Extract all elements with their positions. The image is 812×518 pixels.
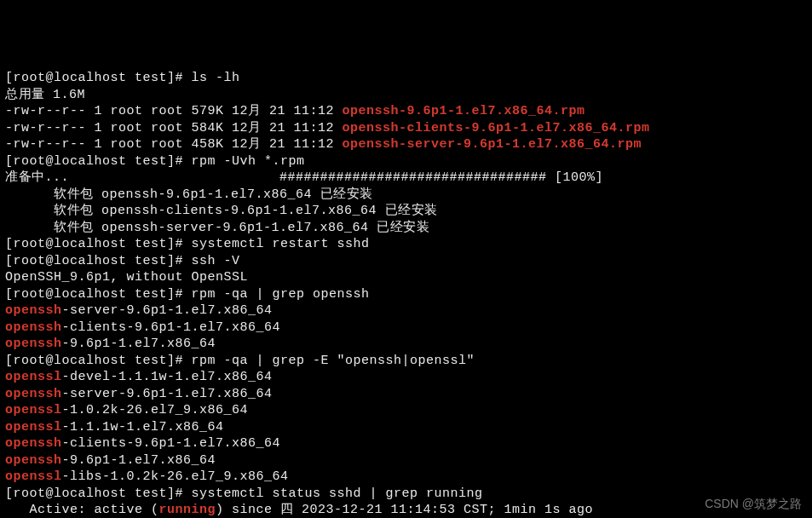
command: rpm -qa | grep -E "openssh|openssl" xyxy=(192,354,475,368)
rpm-file: openssh-9.6p1-1.el7.x86_64.rpm xyxy=(343,104,585,118)
grep-match: openssh xyxy=(5,453,62,468)
qa-row: openssl-1.1.1w-1.el7.x86_64 xyxy=(5,419,807,436)
shell-prompt: [root@localhost test]# xyxy=(5,287,183,302)
grep-match: openssl xyxy=(5,420,62,435)
rpm-installed: 软件包 openssh-9.6p1-1.el7.x86_64 已经安装 xyxy=(5,187,807,204)
command: systemctl restart sshd xyxy=(192,237,370,251)
prompt-line: [root@localhost test]# ls -lh xyxy=(5,70,807,87)
qa-row: openssl-devel-1.1.1w-1.el7.x86_64 xyxy=(5,369,807,386)
qa-row: openssh-9.6p1-1.el7.x86_64 xyxy=(5,336,807,353)
qa-row: openssh-server-9.6p1-1.el7.x86_64 xyxy=(5,386,807,403)
terminal-output[interactable]: [root@localhost test]# ls -lh总用量 1.6M-rw… xyxy=(5,70,807,518)
shell-prompt: [root@localhost test]# xyxy=(5,486,183,501)
prompt-line: [root@localhost test]# ssh -V xyxy=(5,253,807,270)
ls-row: -rw-r--r-- 1 root root 584K 12月 21 11:12… xyxy=(5,120,807,137)
prompt-line: [root@localhost test]# rpm -qa | grep op… xyxy=(5,286,807,303)
grep-match: openssh xyxy=(5,320,62,335)
shell-prompt: [root@localhost test]# xyxy=(5,71,183,85)
command: ssh -V xyxy=(192,254,240,268)
command: systemctl status sshd | grep running xyxy=(192,486,483,501)
rpm-installed: 软件包 openssh-server-9.6p1-1.el7.x86_64 已经… xyxy=(5,220,807,237)
qa-row: openssh-clients-9.6p1-1.el7.x86_64 xyxy=(5,435,807,452)
rpm-preparing: 准备中... #################################… xyxy=(5,170,807,187)
prompt-line: [root@localhost test]# rpm -qa | grep -E… xyxy=(5,353,807,370)
qa-row: openssl-1.0.2k-26.el7_9.x86_64 xyxy=(5,402,807,419)
ssh-version: OpenSSH_9.6p1, without OpenSSL xyxy=(5,269,807,286)
qa-row: openssh-clients-9.6p1-1.el7.x86_64 xyxy=(5,319,807,337)
grep-match: openssh xyxy=(5,387,62,401)
grep-match: openssh xyxy=(5,337,62,351)
ls-row: -rw-r--r-- 1 root root 579K 12月 21 11:12… xyxy=(5,103,807,120)
rpm-installed: 软件包 openssh-clients-9.6p1-1.el7.x86_64 已… xyxy=(5,203,807,220)
grep-match: openssh xyxy=(5,436,62,451)
command: rpm -Uvh *.rpm xyxy=(192,154,305,169)
watermark: CSDN @筑梦之路 xyxy=(705,496,802,511)
prompt-line: [root@localhost test]# rpm -Uvh *.rpm xyxy=(5,153,807,170)
prompt-line: [root@localhost test]# systemctl status … xyxy=(5,486,807,503)
rpm-file: openssh-clients-9.6p1-1.el7.x86_64.rpm xyxy=(343,121,650,135)
rpm-file: openssh-server-9.6p1-1.el7.x86_64.rpm xyxy=(343,137,642,152)
qa-row: openssh-server-9.6p1-1.el7.x86_64 xyxy=(5,302,807,319)
grep-match: openssl xyxy=(5,370,62,384)
qa-row: openssl-libs-1.0.2k-26.el7_9.x86_64 xyxy=(5,469,807,486)
command: ls -lh xyxy=(192,71,240,85)
grep-match: openssl xyxy=(5,403,62,417)
shell-prompt: [root@localhost test]# xyxy=(5,354,183,368)
ls-row: -rw-r--r-- 1 root root 458K 12月 21 11:12… xyxy=(5,136,807,153)
ls-total: 总用量 1.6M xyxy=(5,87,807,104)
shell-prompt: [root@localhost test]# xyxy=(5,237,183,251)
running-match: running xyxy=(159,503,216,517)
prompt-line: [root@localhost test]# systemctl restart… xyxy=(5,236,807,253)
command: rpm -qa | grep openssh xyxy=(192,287,370,302)
grep-match: openssh xyxy=(5,303,62,318)
shell-prompt: [root@localhost test]# xyxy=(5,154,183,169)
qa-row: openssh-9.6p1-1.el7.x86_64 xyxy=(5,452,807,469)
status-line: Active: active (running) since 四 2023-12… xyxy=(5,502,807,518)
grep-match: openssl xyxy=(5,469,62,484)
shell-prompt: [root@localhost test]# xyxy=(5,254,183,268)
